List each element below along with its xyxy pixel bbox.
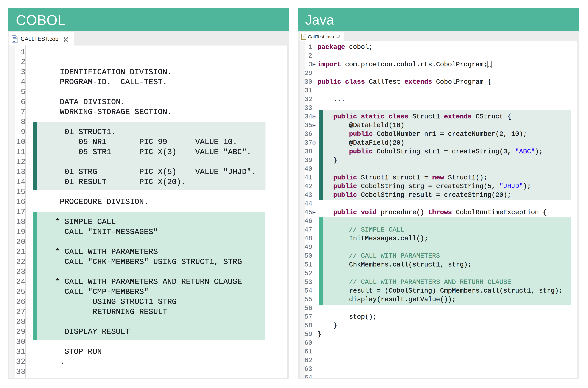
svg-text:J: J	[303, 35, 305, 39]
